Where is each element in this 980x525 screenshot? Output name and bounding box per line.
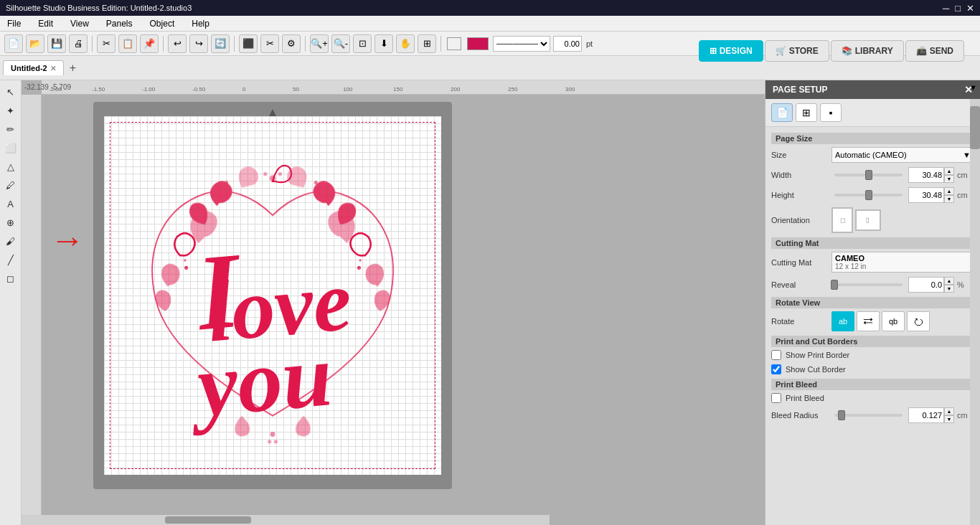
height-down-btn[interactable]: ▼: [944, 195, 954, 203]
text-tool[interactable]: A: [2, 195, 19, 212]
rotate-btn-qb[interactable]: qb: [882, 311, 905, 331]
new-btn[interactable]: 📄: [4, 34, 23, 53]
menu-edit[interactable]: Edit: [34, 17, 57, 30]
heart-design: I love you: [104, 116, 441, 475]
shape-tool[interactable]: ⬜: [2, 139, 19, 156]
print-btn[interactable]: 🖨: [69, 34, 88, 53]
width-down-btn[interactable]: ▼: [944, 175, 954, 183]
menu-panels[interactable]: Panels: [102, 17, 137, 30]
height-slider[interactable]: [834, 194, 903, 197]
library-nav-btn[interactable]: 📚 LIBRARY: [831, 40, 904, 62]
cutting-mat-dropdown[interactable]: CAMEO 12 x 12 in ▼: [831, 252, 974, 273]
width-input[interactable]: [908, 167, 944, 183]
save-btn[interactable]: 💾: [47, 34, 66, 53]
zoom-fit-btn[interactable]: ⊡: [353, 34, 372, 53]
reveal-input[interactable]: [908, 277, 944, 293]
zoom-fit2-btn[interactable]: ⊞: [418, 34, 436, 53]
cutting-mat-value: CAMEO: [835, 254, 864, 262]
undo-btn[interactable]: ↩: [168, 34, 187, 53]
panel-scrollbar[interactable]: [970, 99, 980, 525]
menu-view[interactable]: View: [66, 17, 93, 30]
blade-tool[interactable]: ╱: [2, 251, 19, 268]
width-slider-thumb[interactable]: [865, 170, 872, 180]
paint-tool[interactable]: 🖌: [2, 232, 19, 250]
redo-btn[interactable]: ↪: [189, 34, 208, 53]
send-nav-btn[interactable]: 📠 SEND: [905, 40, 964, 62]
show-cut-border-checkbox[interactable]: [771, 364, 781, 374]
bleed-radius-input[interactable]: [908, 407, 944, 423]
portrait-btn[interactable]: ◻: [831, 207, 853, 233]
height-up-btn[interactable]: ▲: [944, 187, 954, 195]
bleed-radius-up-btn[interactable]: ▲: [944, 407, 954, 415]
tab-close-btn[interactable]: ✕: [50, 65, 56, 72]
panel-tab-page[interactable]: 📄: [771, 103, 793, 122]
width-slider[interactable]: [834, 174, 903, 176]
store-nav-btn[interactable]: 🛒 STORE: [765, 40, 829, 62]
menu-file[interactable]: File: [3, 17, 25, 30]
show-print-border-checkbox[interactable]: [771, 350, 781, 360]
horizontal-scrollbar-thumb[interactable]: [165, 516, 251, 524]
canvas-paper[interactable]: I love you: [104, 116, 441, 475]
node-tool[interactable]: ✦: [2, 102, 19, 119]
sep5: [440, 36, 441, 52]
pan-btn[interactable]: ✋: [396, 34, 415, 53]
new-tab-btn[interactable]: +: [70, 62, 76, 75]
menu-object[interactable]: Object: [146, 17, 179, 30]
reveal-slider-thumb[interactable]: [831, 280, 838, 290]
maximize-btn[interactable]: □: [955, 3, 961, 14]
panel-tab-grid[interactable]: ⊞: [796, 103, 817, 122]
rotate-btn-mirror[interactable]: ⮂: [857, 311, 880, 331]
reveal-slider[interactable]: [834, 283, 903, 286]
design-nav-btn[interactable]: ⊞ DESIGN: [699, 40, 763, 62]
svg-text:you: you: [184, 325, 336, 436]
open-btn[interactable]: 📂: [26, 34, 44, 53]
show-print-border-label[interactable]: Show Print Border: [786, 351, 849, 359]
stamp-tool[interactable]: ⊕: [2, 214, 19, 231]
zoom-out-btn[interactable]: 🔍-: [331, 34, 350, 53]
canvas-area[interactable]: -2.00 -1.50 -1.00 -0.50 0 50 100 150 200…: [22, 80, 765, 525]
close-btn[interactable]: ✕: [966, 3, 974, 14]
stroke-color-box[interactable]: [467, 37, 489, 50]
paste-btn[interactable]: 📌: [140, 34, 159, 53]
draw-tool[interactable]: ✏: [2, 120, 19, 138]
panel-tab-dark[interactable]: ▪: [820, 103, 842, 122]
height-slider-thumb[interactable]: [865, 190, 872, 200]
reveal-down-btn[interactable]: ▼: [944, 285, 954, 293]
print-bleed-checkbox[interactable]: [771, 393, 781, 403]
zoom-in-btn[interactable]: 🔍+: [310, 34, 329, 53]
horizontal-scrollbar[interactable]: [22, 515, 550, 525]
eraser-tool[interactable]: ◻: [2, 270, 19, 287]
tab-untitled2[interactable]: Untitled-2 ✕: [3, 60, 64, 75]
thickness-value-input[interactable]: [553, 36, 582, 52]
fill-color-box[interactable]: [447, 37, 461, 50]
bleed-radius-slider-thumb[interactable]: [838, 410, 845, 420]
refresh-btn[interactable]: 🔄: [211, 34, 230, 53]
line-thickness-select[interactable]: ────────: [493, 36, 550, 52]
menu-help[interactable]: Help: [187, 17, 214, 30]
print-bleed-label[interactable]: Print Bleed: [786, 394, 824, 402]
width-up-btn[interactable]: ▲: [944, 167, 954, 175]
filter-btn[interactable]: ⚙: [282, 34, 301, 53]
copy-btn[interactable]: 📋: [118, 34, 137, 53]
crop-btn[interactable]: ✂: [260, 34, 279, 53]
panel-scrollbar-thumb[interactable]: [970, 106, 980, 149]
select-btn[interactable]: ⬛: [239, 34, 258, 53]
bleed-radius-down-btn[interactable]: ▼: [944, 415, 954, 423]
show-cut-border-label[interactable]: Show Cut Border: [786, 365, 846, 374]
pen-tool[interactable]: 🖊: [2, 176, 19, 194]
bleed-radius-slider[interactable]: [834, 414, 903, 417]
height-input[interactable]: [908, 187, 944, 203]
minimize-btn[interactable]: ─: [943, 3, 949, 14]
pointer-tool[interactable]: ↖: [2, 83, 19, 100]
rotate-btn-rotate180[interactable]: ⭮: [907, 311, 930, 331]
move-down-btn[interactable]: ⬇: [374, 34, 393, 53]
reveal-up-btn[interactable]: ▲: [944, 277, 954, 285]
size-dropdown[interactable]: Automatic (CAMEO) ▼: [831, 147, 974, 163]
cut-btn[interactable]: ✂: [97, 34, 116, 53]
triangle-tool[interactable]: △: [2, 158, 19, 175]
cutting-mat-section: Cutting Mat: [771, 237, 974, 249]
titlebar-controls[interactable]: ─ □ ✕: [943, 3, 974, 14]
rotate-btn-ab[interactable]: ab: [831, 311, 854, 331]
canvas-mat[interactable]: I love you: [93, 102, 452, 489]
landscape-btn[interactable]: ▭: [855, 209, 881, 231]
